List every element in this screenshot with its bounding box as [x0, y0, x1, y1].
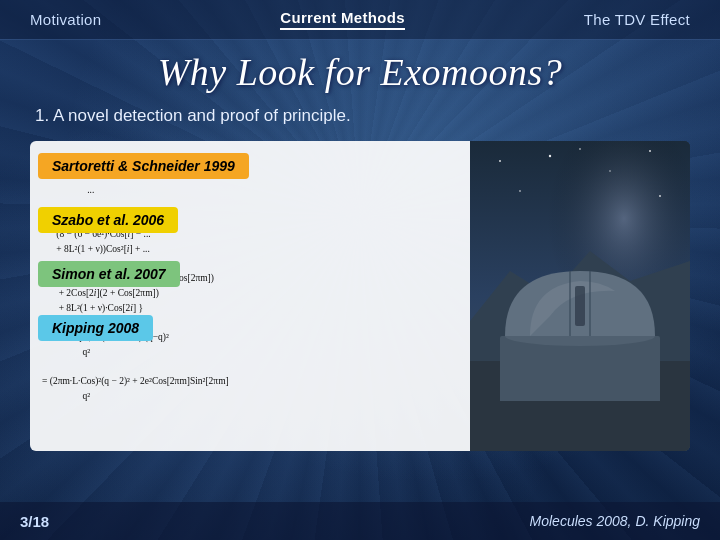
svg-rect-11: [500, 336, 660, 451]
citation-szabo[interactable]: Szabo et al. 2006: [38, 207, 178, 233]
svg-rect-13: [575, 286, 585, 326]
citation-simon[interactable]: Simon et al. 2007: [38, 261, 180, 287]
svg-point-8: [579, 148, 581, 150]
bottom-bar: 3/18 Molecules 2008, D. Kipping: [0, 502, 720, 540]
citation-row-1: Sartoretti & Schneider 1999: [38, 153, 462, 179]
svg-point-3: [549, 155, 551, 157]
telescope-image-panel: [470, 141, 690, 451]
citation-kipping[interactable]: Kipping 2008: [38, 315, 153, 341]
main-content: Why Look for Exomoons? 1. A novel detect…: [0, 40, 720, 461]
content-row: Cos²1(2e² − 4 + q)² + 2Cos² = 1 + ——————…: [30, 141, 690, 451]
svg-point-5: [649, 150, 651, 152]
svg-point-7: [659, 195, 661, 197]
math-panel: Cos²1(2e² − 4 + q)² + 2Cos² = 1 + ——————…: [30, 141, 470, 451]
svg-point-2: [499, 160, 501, 162]
nav-bar: Motivation Current Methods The TDV Effec…: [0, 0, 720, 40]
nav-item-tdv[interactable]: The TDV Effect: [584, 11, 690, 28]
citation-row-4: Kipping 2008: [38, 315, 462, 341]
slide-title: Why Look for Exomoons?: [30, 50, 690, 94]
telescope-image: [470, 141, 690, 451]
slide-attribution: Molecules 2008, D. Kipping: [530, 513, 700, 529]
nav-item-current-methods[interactable]: Current Methods: [280, 9, 405, 30]
citation-sartoretti[interactable]: Sartoretti & Schneider 1999: [38, 153, 249, 179]
slide-point-1: 1. A novel detection and proof of princi…: [30, 106, 690, 126]
citation-row-3: Simon et al. 2007: [38, 261, 462, 287]
nav-item-motivation[interactable]: Motivation: [30, 11, 101, 28]
citation-row-2: Szabo et al. 2006: [38, 207, 462, 233]
slide-number: 3/18: [20, 513, 49, 530]
telescope-svg: [470, 141, 690, 451]
svg-point-6: [519, 190, 521, 192]
citations-overlay: Sartoretti & Schneider 1999 Szabo et al.…: [30, 153, 470, 351]
svg-point-4: [609, 170, 611, 172]
